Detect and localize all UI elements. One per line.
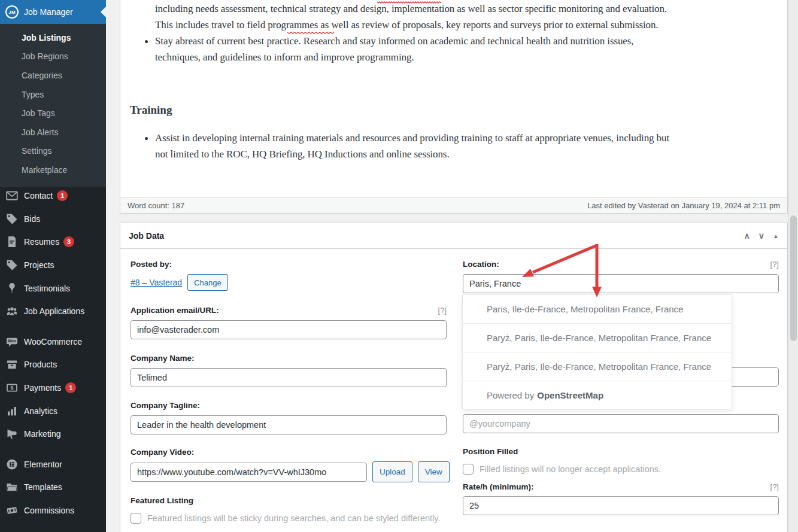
location-suggestion[interactable]: Paryż, Paris, Ile-de-France, Metropolita… (463, 352, 732, 381)
page-scrollbar[interactable] (788, 0, 798, 532)
company-twitter-input[interactable] (463, 414, 779, 433)
sidebar-item-woocommerce[interactable]: Woo WooCommerce (0, 330, 106, 354)
posted-by-user-link[interactable]: #8 – Vasterad (131, 278, 182, 287)
sidebar-item-label: Job Applications (24, 306, 84, 316)
megaphone-icon (6, 428, 18, 440)
sidebar-item-payments[interactable]: $ Payments 1 (0, 376, 106, 400)
featured-listing-description: Featured listings will be sticky during … (147, 513, 441, 523)
sidebar-item-settings[interactable]: Settings (0, 142, 106, 161)
sidebar-item-label: Products (24, 360, 57, 369)
sidebar-item-job-alerts[interactable]: Job Alerts (0, 123, 106, 142)
sidebar-item-label: Commissions (24, 506, 74, 515)
move-down-icon[interactable]: ∨ (758, 231, 764, 241)
company-tagline-input[interactable] (131, 415, 447, 434)
sidebar-item-label: Contact (24, 191, 53, 200)
resumes-count-badge: 3 (63, 236, 74, 247)
location-input[interactable] (463, 274, 779, 293)
featured-listing-checkbox[interactable] (131, 513, 141, 524)
editor-heading: Training (130, 104, 172, 117)
location-help-link[interactable]: [?] (770, 260, 779, 269)
document-icon (6, 236, 18, 248)
company-video-input[interactable] (131, 463, 367, 482)
posted-by-label: Posted by: (131, 260, 447, 269)
sidebar-item-job-tags[interactable]: Job Tags (0, 104, 106, 123)
company-tagline-label: Company Tagline: (131, 401, 447, 411)
sidebar-item-analytics[interactable]: Analytics (0, 399, 106, 422)
sidebar-item-job-regions[interactable]: Job Regions (0, 47, 106, 66)
rate-input[interactable] (463, 496, 779, 515)
job-description-editor[interactable]: including needs assessment, technical st… (120, 0, 788, 214)
job-manager-logo-icon: JM (5, 5, 19, 19)
location-suggestion[interactable]: Paryż, Paris, Ile-de-France, Metropolita… (463, 324, 732, 352)
job-data-header[interactable]: Job Data ∧ ∨ ▲ (120, 223, 787, 249)
archive-icon (6, 358, 18, 370)
payments-count-badge: 1 (65, 382, 76, 393)
sidebar-item-job-manager[interactable]: JM Job Manager (0, 0, 106, 24)
position-filled-checkbox[interactable] (463, 464, 474, 475)
company-name-input[interactable] (131, 368, 447, 387)
sidebar-item-marketplace[interactable]: Marketplace (0, 160, 106, 180)
location-suggestions-dropdown: Paris, Ile-de-France, Metropolitan Franc… (462, 294, 732, 409)
metabox-title: Job Data (129, 231, 164, 241)
dollar-icon: $ (6, 382, 18, 394)
sidebar-item-testimonials[interactable]: Testimonials (0, 276, 106, 300)
editor-list-item: Assist in developing internal training m… (155, 132, 669, 144)
svg-text:Woo: Woo (8, 339, 16, 343)
word-count: Word count: 187 (128, 201, 184, 210)
elementor-icon (6, 458, 18, 470)
sidebar-item-label: Elementor (24, 460, 62, 469)
sidebar-item-label: Templates (24, 482, 62, 492)
svg-text:$: $ (10, 385, 13, 391)
sidebar-item-marketing[interactable]: Marketing (0, 422, 106, 446)
editor-text-line: techniques, and guidelines to inform and… (155, 51, 414, 63)
sidebar-item-resumes[interactable]: Resumes 3 (0, 230, 106, 254)
sidebar-item-projects[interactable]: Projects (0, 254, 106, 277)
last-edited: Last edited by Vasterad on January 19, 2… (587, 201, 780, 210)
admin-sidebar: JM Job Manager Job Listings Job Regions … (0, 0, 106, 532)
sidebar-item-label: Bids (24, 214, 40, 224)
rate-help-link[interactable]: [?] (770, 482, 779, 492)
position-filled-description: Filled listings will no longer accept ap… (480, 464, 661, 474)
change-button[interactable]: Change (187, 274, 228, 291)
sidebar-item-job-listings[interactable]: Job Listings (0, 28, 106, 47)
position-filled-label: Position Filled (463, 447, 779, 457)
upload-button[interactable]: Upload (372, 461, 412, 482)
pushpin-icon (6, 282, 18, 294)
sidebar-item-types[interactable]: Types (0, 85, 106, 104)
view-button[interactable]: View (418, 461, 450, 482)
sidebar-item-label: Payments (24, 383, 61, 393)
company-video-label: Company Video: (131, 448, 447, 457)
banknote-icon (6, 504, 18, 516)
sidebar-item-templates[interactable]: Templates (0, 476, 106, 499)
sidebar-item-label: Resumes (24, 237, 59, 247)
powered-by-text: Powered by (487, 390, 534, 400)
sidebar-item-elementor[interactable]: Elementor (0, 453, 106, 476)
job-manager-submenu: Job Listings Job Regions Categories Type… (0, 24, 106, 187)
sidebar-item-products[interactable]: Products (0, 353, 106, 376)
editor-text-line: including needs assessment, technical st… (155, 3, 667, 15)
editor-text-line: not limited to the ROC, HQ Briefing, HQ … (155, 148, 450, 160)
sidebar-item-commissions[interactable]: Commissions (0, 499, 106, 522)
sidebar-item-contact[interactable]: Contact 1 (0, 184, 106, 208)
folder-icon (6, 481, 18, 493)
powered-by-row: Powered by OpenStreetMap (463, 381, 732, 409)
toggle-panel-icon[interactable]: ▲ (773, 233, 779, 239)
location-suggestion[interactable]: Paris, Ile-de-France, Metropolitan Franc… (463, 295, 732, 324)
scrollbar-thumb[interactable] (790, 215, 797, 341)
sidebar-item-categories[interactable]: Categories (0, 66, 106, 85)
sidebar-item-bids[interactable]: Bids (0, 208, 106, 231)
sidebar-item-job-applications[interactable]: Job Applications (0, 300, 106, 323)
application-email-label: Application email/URL: [?] (131, 306, 447, 315)
woocommerce-icon: Woo (6, 336, 18, 348)
editor-text-line: This includes travel to field programmes… (155, 19, 659, 31)
company-name-label: Company Name: (131, 354, 447, 363)
sidebar-item-label: Marketing (24, 429, 60, 439)
sidebar-item-label: Analytics (24, 406, 57, 416)
tag-icon (6, 213, 18, 225)
application-email-help-link[interactable]: [?] (438, 306, 447, 315)
application-email-input[interactable] (131, 320, 447, 339)
move-up-icon[interactable]: ∧ (744, 231, 750, 241)
tag-icon (6, 259, 18, 271)
openstreetmap-link[interactable]: OpenStreetMap (537, 390, 603, 400)
sidebar-item-label: Job Manager (24, 7, 73, 17)
